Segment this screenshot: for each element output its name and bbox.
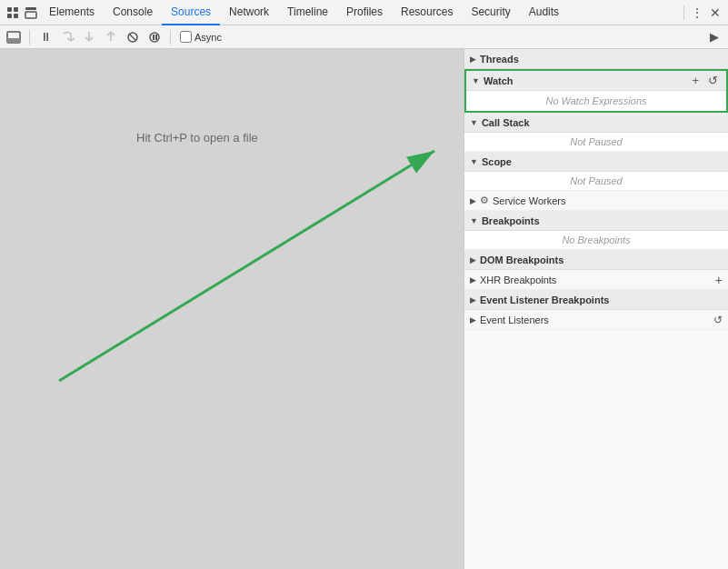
threads-section-header[interactable]: ▶ Threads: [464, 49, 728, 69]
toolbar-sep-2: [29, 30, 30, 45]
threads-triangle-icon: ▶: [470, 55, 476, 64]
service-workers-label: Service Workers: [493, 195, 723, 206]
step-into-button[interactable]: [79, 28, 99, 46]
arrow-indicator: [0, 49, 464, 567]
watch-section: ▼ Watch + ↺ No Watch Expressions: [464, 69, 728, 113]
not-paused-call-text: Not Paused: [570, 136, 622, 147]
step-out-button[interactable]: [101, 28, 121, 46]
event-listeners-label: Event Listeners: [480, 314, 713, 325]
watch-title: Watch: [484, 75, 689, 86]
svg-line-23: [59, 151, 434, 381]
dom-breakpoints-section-header[interactable]: ▶ DOM Breakpoints: [464, 250, 728, 270]
scope-content: Not Paused: [464, 172, 728, 191]
service-workers-row[interactable]: ▶ ⚙ Service Workers: [464, 191, 728, 211]
service-workers-triangle-icon: ▶: [470, 196, 476, 205]
event-listener-breakpoints-header[interactable]: ▶ Event Listener Breakpoints: [464, 290, 728, 310]
toolbar-separator: [683, 5, 684, 20]
tab-profiles[interactable]: Profiles: [337, 0, 392, 25]
sources-toolbar: ⏸ Async ▶: [0, 25, 728, 49]
xhr-breakpoints-label: XHR Breakpoints: [480, 275, 715, 285]
breakpoints-triangle-icon: ▼: [470, 216, 478, 225]
tab-sources[interactable]: Sources: [162, 0, 220, 25]
svg-rect-7: [7, 38, 20, 43]
refresh-event-listeners-button[interactable]: ↺: [713, 314, 723, 326]
devtools-icon[interactable]: [4, 4, 22, 22]
threads-title: Threads: [480, 54, 723, 65]
event-listeners-triangle-icon: ▶: [470, 315, 476, 324]
long-resume-button[interactable]: [145, 28, 165, 46]
tab-timeline[interactable]: Timeline: [278, 0, 337, 25]
svg-rect-1: [14, 7, 18, 12]
svg-rect-4: [25, 7, 36, 10]
tab-network[interactable]: Network: [220, 0, 278, 25]
xhr-breakpoints-row[interactable]: ▶ XHR Breakpoints +: [464, 270, 728, 290]
scope-section-header[interactable]: ▼ Scope: [464, 152, 728, 172]
call-stack-title: Call Stack: [482, 117, 723, 128]
more-tools-icon[interactable]: ⋮: [688, 4, 706, 22]
call-stack-content: Not Paused: [464, 133, 728, 152]
top-toolbar: Elements Console Sources Network Timelin…: [0, 0, 728, 25]
svg-rect-20: [153, 35, 155, 40]
async-check-input[interactable]: [180, 31, 192, 43]
dom-breakpoints-triangle-icon: ▶: [470, 255, 476, 265]
svg-line-18: [129, 34, 136, 41]
expand-right-button[interactable]: ▶: [704, 28, 724, 46]
svg-rect-3: [14, 14, 18, 18]
dom-breakpoints-title: DOM Breakpoints: [480, 255, 723, 265]
event-listener-breakpoints-title: Event Listener Breakpoints: [480, 294, 723, 305]
watch-body: No Watch Expressions: [466, 91, 726, 111]
svg-rect-5: [25, 12, 36, 18]
pause-button[interactable]: ⏸: [35, 28, 55, 46]
call-stack-section-header[interactable]: ▼ Call Stack: [464, 113, 728, 133]
xhr-triangle-icon: ▶: [470, 275, 476, 284]
breakpoints-section-header[interactable]: ▼ Breakpoints: [464, 211, 728, 231]
main-content: Hit Ctrl+P to open a file ▶ Threads ▼ Wa…: [0, 49, 728, 569]
watch-actions: + ↺: [689, 73, 721, 88]
not-paused-scope-text: Not Paused: [570, 175, 622, 186]
left-panel: Hit Ctrl+P to open a file: [0, 49, 464, 569]
no-breakpoints-text: No Breakpoints: [562, 235, 630, 245]
event-listeners-row[interactable]: ▶ Event Listeners ↺: [464, 310, 728, 330]
nav-tabs: Elements Console Sources Network Timelin…: [40, 0, 680, 25]
toolbar-sep-3: [170, 30, 171, 45]
add-watch-button[interactable]: +: [689, 73, 702, 88]
add-xhr-breakpoint-button[interactable]: +: [715, 273, 723, 287]
tab-audits[interactable]: Audits: [520, 0, 568, 25]
breakpoints-content: No Breakpoints: [464, 231, 728, 250]
toggle-drawer-button[interactable]: [4, 28, 24, 46]
async-checkbox[interactable]: Async: [180, 31, 222, 43]
scope-title: Scope: [482, 156, 723, 167]
breakpoints-title: Breakpoints: [482, 215, 723, 226]
async-label: Async: [194, 32, 222, 43]
gear-icon: ⚙: [480, 195, 489, 206]
event-listener-breakpoints-triangle-icon: ▶: [470, 295, 476, 304]
tab-resources[interactable]: Resources: [392, 0, 462, 25]
step-over-button[interactable]: [57, 28, 77, 46]
hint-text: Hit Ctrl+P to open a file: [136, 131, 258, 145]
svg-rect-0: [7, 7, 12, 12]
tab-console[interactable]: Console: [104, 0, 162, 25]
svg-rect-2: [7, 14, 12, 18]
tab-security[interactable]: Security: [462, 0, 519, 25]
watch-section-header[interactable]: ▼ Watch + ↺: [466, 71, 726, 91]
scope-triangle-icon: ▼: [470, 157, 478, 166]
right-panel: ▶ Threads ▼ Watch + ↺ No Watch Expressio…: [464, 49, 728, 569]
tab-elements[interactable]: Elements: [40, 0, 104, 25]
dock-icon[interactable]: [22, 4, 40, 22]
no-watch-text: No Watch Expressions: [545, 95, 646, 106]
svg-rect-21: [155, 35, 157, 40]
close-devtools-icon[interactable]: ✕: [706, 4, 724, 22]
deactivate-breakpoints-button[interactable]: [123, 28, 143, 46]
refresh-watch-button[interactable]: ↺: [705, 73, 721, 88]
watch-triangle-icon: ▼: [472, 76, 480, 85]
call-stack-triangle-icon: ▼: [470, 118, 478, 127]
